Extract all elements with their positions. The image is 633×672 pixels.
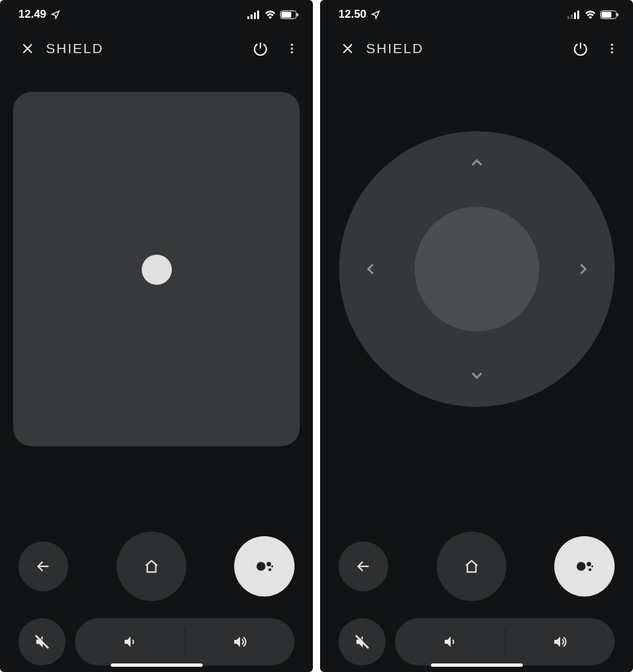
mute-button[interactable] — [18, 618, 66, 665]
home-button[interactable] — [117, 532, 186, 601]
phone-screen-dpad: 12.50 SHIELD — [320, 0, 633, 672]
wifi-icon — [584, 10, 596, 19]
svg-point-9 — [291, 51, 293, 53]
svg-point-13 — [271, 565, 273, 567]
app-header: SHIELD — [320, 29, 633, 68]
back-button[interactable] — [338, 541, 388, 591]
back-button[interactable] — [18, 541, 68, 591]
svg-rect-6 — [297, 13, 298, 16]
close-button[interactable] — [14, 35, 41, 62]
volume-up-button[interactable] — [505, 618, 615, 665]
svg-rect-17 — [571, 14, 573, 19]
svg-rect-18 — [574, 12, 576, 19]
volume-pill — [395, 618, 615, 665]
dpad-up-button[interactable] — [464, 150, 490, 176]
svg-rect-21 — [602, 12, 611, 18]
device-title: SHIELD — [366, 41, 565, 56]
wifi-icon — [264, 10, 276, 19]
cellular-icon — [567, 10, 581, 19]
control-area — [320, 68, 633, 505]
svg-point-27 — [586, 562, 591, 566]
battery-icon — [280, 10, 298, 19]
location-icon — [51, 10, 60, 20]
close-button[interactable] — [335, 35, 361, 62]
power-button[interactable] — [565, 33, 596, 64]
volume-row — [320, 609, 633, 672]
svg-point-12 — [268, 568, 271, 571]
svg-point-25 — [611, 51, 613, 53]
control-area — [0, 68, 313, 505]
dpad-down-button[interactable] — [464, 362, 490, 388]
svg-rect-1 — [251, 14, 253, 19]
touchpad-cursor — [142, 255, 172, 285]
volume-down-button[interactable] — [75, 618, 185, 665]
svg-rect-2 — [254, 12, 256, 19]
home-indicator — [111, 663, 203, 667]
svg-point-11 — [266, 562, 271, 566]
volume-row — [0, 609, 313, 672]
status-bar: 12.49 — [0, 0, 313, 29]
power-button[interactable] — [245, 33, 276, 64]
svg-rect-19 — [577, 10, 579, 19]
svg-point-8 — [291, 47, 293, 49]
home-button[interactable] — [437, 532, 506, 601]
dpad-ring — [339, 131, 615, 407]
svg-point-10 — [256, 562, 266, 571]
svg-rect-22 — [617, 13, 619, 16]
volume-pill — [75, 618, 295, 665]
volume-down-button[interactable] — [395, 618, 505, 665]
svg-point-24 — [611, 47, 613, 49]
battery-icon — [600, 10, 619, 19]
phone-screen-touchpad: 12.49 SHIELD — [0, 0, 313, 672]
assistant-button[interactable] — [234, 536, 295, 597]
svg-point-28 — [588, 568, 591, 571]
svg-point-26 — [577, 562, 586, 571]
cellular-icon — [247, 10, 260, 19]
device-title: SHIELD — [46, 41, 245, 56]
nav-button-row — [0, 505, 313, 609]
more-options-button[interactable] — [276, 33, 308, 64]
dpad — [333, 92, 620, 446]
location-icon — [371, 10, 380, 20]
dpad-right-button[interactable] — [570, 256, 596, 282]
dpad-select-button[interactable] — [415, 207, 539, 331]
svg-point-7 — [291, 44, 293, 46]
svg-rect-3 — [257, 10, 259, 19]
svg-rect-0 — [247, 16, 249, 19]
nav-button-row — [320, 505, 633, 609]
svg-rect-5 — [281, 12, 291, 18]
assistant-button[interactable] — [554, 536, 615, 597]
svg-rect-16 — [567, 16, 569, 19]
more-options-button[interactable] — [596, 33, 628, 64]
status-time: 12.50 — [338, 8, 367, 21]
home-indicator — [431, 663, 523, 667]
svg-point-23 — [611, 44, 613, 46]
touchpad[interactable] — [13, 92, 300, 446]
status-bar: 12.50 — [320, 0, 633, 29]
app-header: SHIELD — [0, 29, 313, 68]
mute-button[interactable] — [338, 618, 386, 665]
svg-point-29 — [591, 565, 593, 567]
dpad-left-button[interactable] — [357, 256, 384, 282]
status-time: 12.49 — [18, 8, 47, 21]
volume-up-button[interactable] — [185, 618, 295, 665]
